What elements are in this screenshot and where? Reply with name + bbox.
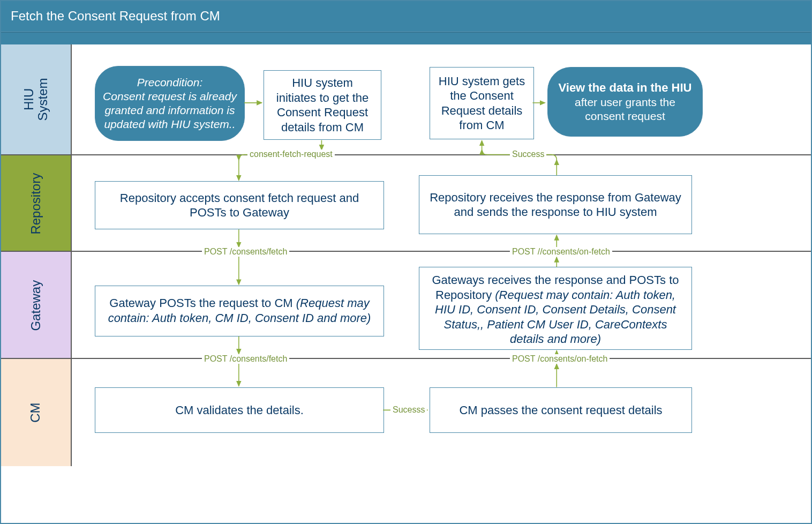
node-repo-accept: Repository accepts consent fetch request… — [95, 181, 384, 229]
swimlane-diagram: Fetch the Consent Request from CM HIU Sy… — [0, 0, 812, 524]
node-repo-receive: Repository receives the response from Ga… — [419, 175, 692, 234]
node-hiu-initiate: HIU system initiates to get the Consent … — [264, 70, 381, 140]
node-gw-recv: Gateways receives the response and POSTs… — [419, 267, 692, 350]
lane-label-repo: Repository — [1, 155, 72, 252]
edge-sucesss: Sucesss — [390, 405, 427, 415]
lane-label-hiu: HIU System — [1, 44, 72, 154]
lane-label-gw: Gateway — [1, 252, 72, 359]
edge-post-fetch-1: POST /consents/fetch — [202, 247, 289, 257]
edge-post-on-fetch-2: POST //consents/on-fetch — [510, 247, 612, 257]
node-gw-post: Gateway POSTs the request to CM (Request… — [95, 286, 384, 336]
node-precondition: Precondition: Consent request is already… — [95, 66, 245, 141]
node-cm-pass: CM passes the consent request details — [430, 387, 692, 433]
edge-success: Success — [510, 149, 546, 159]
lanes-area: HIU System Repository Gateway CM Precond… — [1, 44, 811, 511]
lane-label-cm: CM — [1, 359, 72, 466]
node-cm-validate: CM validates the details. — [95, 387, 384, 433]
edge-post-on-fetch-1: POST /consents/on-fetch — [510, 354, 610, 364]
node-hiu-gets: HIU system gets the Consent Request deta… — [430, 67, 534, 139]
accent-bar — [1, 32, 811, 44]
edge-consent-fetch-request: consent-fetch-request — [247, 149, 335, 159]
diagram-title: Fetch the Consent Request from CM — [1, 1, 811, 32]
edge-post-fetch-2: POST /consents/fetch — [202, 354, 289, 364]
node-end: View the data in the HIUafter user grant… — [547, 67, 703, 137]
